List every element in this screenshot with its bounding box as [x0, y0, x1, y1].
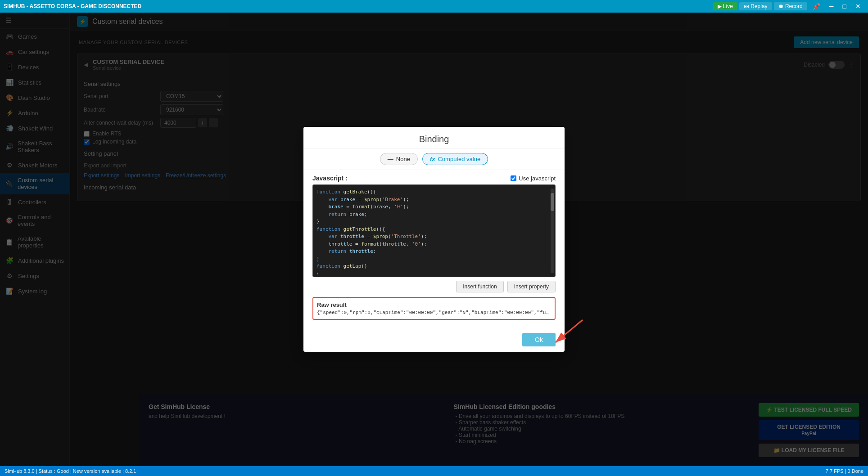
use-js-checkbox[interactable] — [511, 175, 516, 181]
raw-result-label: Raw result — [317, 301, 551, 308]
binding-modal: Binding — None fx Computed value Javascr… — [303, 127, 565, 352]
tab-none-label: None — [396, 156, 410, 162]
pin-button[interactable]: 📌 — [809, 2, 824, 11]
modal-tabs: — None fx Computed value — [303, 148, 565, 170]
modal-footer: Ok — [303, 330, 565, 352]
raw-result-value: {"speed":0,"rpm":0,"cLapTime":"00:00:00"… — [317, 310, 551, 315]
modal-overlay: Binding — None fx Computed value Javascr… — [0, 13, 868, 466]
tab-none[interactable]: — None — [380, 153, 418, 165]
red-arrow-annotation — [547, 315, 778, 431]
use-js-label: Use javascript — [511, 175, 556, 182]
maximize-button[interactable]: □ — [839, 2, 850, 11]
replay-button[interactable]: ⏮ Replay — [739, 2, 772, 10]
editor-thumb[interactable] — [551, 193, 554, 211]
titlebar-right: ▶ Live ⏮ Replay ⏺ Record 📌 ─ □ ✕ — [713, 2, 864, 11]
title-text: SIMHUB - ASSETTO CORSA - GAME DISCONNECT… — [4, 3, 141, 9]
insert-function-button[interactable]: Insert function — [456, 281, 503, 292]
modal-body: Javascript : Use javascript function get… — [303, 170, 565, 328]
statusbar-right: 7.7 FPS | 0 Done — [826, 468, 863, 474]
code-editor[interactable]: function getBrake(){ var brake = $prop('… — [312, 184, 556, 277]
ok-button[interactable]: Ok — [522, 333, 556, 346]
editor-scrollbar[interactable] — [551, 189, 554, 273]
minimize-button[interactable]: ─ — [826, 2, 837, 11]
javascript-label: Javascript : — [312, 175, 348, 182]
fx-icon: fx — [430, 156, 435, 162]
statusbar-left: SimHub 8.3.0 | Status : Good | New versi… — [5, 468, 136, 474]
titlebar-left: SIMHUB - ASSETTO CORSA - GAME DISCONNECT… — [4, 3, 141, 9]
insert-property-button[interactable]: Insert property — [507, 281, 556, 292]
statusbar: SimHub 8.3.0 | Status : Good | New versi… — [0, 466, 868, 476]
js-label-row: Javascript : Use javascript — [312, 175, 556, 182]
close-button[interactable]: ✕ — [852, 2, 864, 11]
none-icon: — — [388, 156, 393, 162]
tab-computed[interactable]: fx Computed value — [422, 153, 488, 165]
record-button[interactable]: ⏺ Record — [774, 2, 807, 10]
titlebar: SIMHUB - ASSETTO CORSA - GAME DISCONNECT… — [0, 0, 868, 13]
use-js-text: Use javascript — [519, 175, 556, 182]
raw-result-section: Raw result {"speed":0,"rpm":0,"cLapTime"… — [312, 297, 556, 320]
modal-title: Binding — [303, 127, 565, 148]
modal-actions: Insert function Insert property — [312, 277, 556, 294]
live-button[interactable]: ▶ Live — [713, 2, 737, 10]
tab-computed-label: Computed value — [438, 156, 480, 162]
